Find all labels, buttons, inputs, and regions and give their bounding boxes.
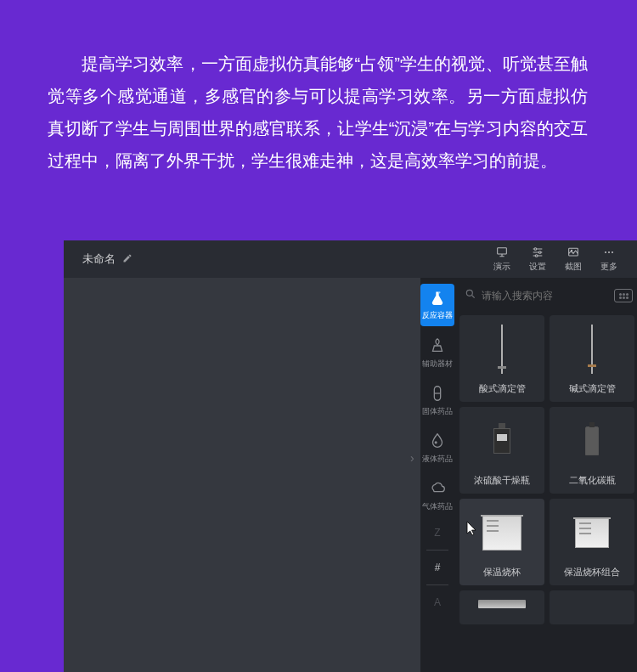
svg-point-8	[612, 251, 613, 253]
document-title[interactable]: 未命名	[82, 251, 132, 267]
asset-grid: 酸式滴定管 碱式滴定管 浓硫酸干燥瓶 二氧化碳瓶 保温烧杯	[459, 315, 634, 624]
doc-name-label: 未命名	[82, 251, 116, 267]
svg-point-7	[608, 251, 610, 253]
card-thermal-beaker-set[interactable]: 保温烧杯组合	[550, 499, 634, 585]
svg-point-1	[534, 248, 537, 251]
settings-button[interactable]: 设置	[520, 246, 555, 273]
card-label: 浓硫酸干燥瓶	[474, 474, 530, 487]
tab-gas[interactable]: 气体药品	[420, 472, 454, 519]
index-letter-z[interactable]: Z	[434, 519, 440, 546]
index-letter-a[interactable]: A	[434, 589, 441, 616]
burette-icon	[591, 325, 593, 374]
card-label: 碱式滴定管	[569, 382, 616, 395]
present-button[interactable]: 演示	[484, 246, 520, 273]
card-alkali-burette[interactable]: 碱式滴定管	[550, 315, 634, 402]
burette-icon	[501, 325, 503, 374]
svg-point-5	[571, 250, 572, 251]
svg-point-9	[438, 291, 440, 293]
svg-point-12	[466, 290, 472, 296]
titlebar: 未命名 演示 设置 截图 更多	[64, 240, 637, 278]
svg-point-6	[605, 251, 606, 253]
search-input[interactable]	[482, 290, 609, 302]
card-acid-burette[interactable]: 酸式滴定管	[459, 315, 544, 402]
tab-reaction-vessel[interactable]: 反应容器	[420, 284, 454, 326]
cursor-icon	[466, 521, 478, 539]
tab-auxiliary[interactable]: 辅助器材	[420, 329, 454, 376]
asset-list: 酸式滴定管 碱式滴定管 浓硫酸干燥瓶 二氧化碳瓶 保温烧杯	[454, 278, 637, 672]
card-h2so4-bottle[interactable]: 浓硫酸干燥瓶	[459, 407, 544, 494]
separator	[426, 550, 448, 551]
card-label: 二氧化碳瓶	[569, 474, 616, 487]
svg-point-2	[538, 251, 541, 254]
tab-label: 反应容器	[422, 310, 453, 321]
svg-point-11	[435, 441, 437, 443]
card-partial[interactable]	[550, 590, 634, 624]
tab-label: 液体药品	[422, 454, 453, 465]
card-label: 酸式滴定管	[479, 382, 526, 395]
toolbar-buttons: 演示 设置 截图 更多	[484, 246, 627, 273]
collapse-handle-icon[interactable]: ›	[410, 451, 414, 465]
search-icon	[465, 288, 476, 303]
beaker-icon	[482, 515, 521, 551]
asset-panel: 反应容器 辅助器材 固体药品 液体药品 气体药品 Z # A	[420, 278, 637, 672]
present-label: 演示	[493, 261, 510, 273]
index-letter-hash[interactable]: #	[435, 554, 441, 581]
card-thermal-beaker[interactable]: 保温烧杯	[459, 499, 544, 585]
svg-rect-0	[498, 248, 507, 254]
tab-label: 辅助器材	[422, 359, 453, 370]
more-button[interactable]: 更多	[591, 246, 627, 273]
settings-label: 设置	[529, 261, 546, 273]
search-row	[459, 283, 634, 308]
keyboard-icon[interactable]	[614, 289, 633, 302]
svg-point-3	[535, 255, 538, 257]
screenshot-label: 截图	[565, 261, 582, 273]
card-label: 保温烧杯	[483, 566, 521, 579]
tray-icon	[478, 600, 526, 608]
category-tabs: 反应容器 辅助器材 固体药品 液体药品 气体药品 Z # A	[420, 278, 454, 672]
tab-label: 气体药品	[422, 501, 453, 512]
card-co2-bottle[interactable]: 二氧化碳瓶	[550, 407, 634, 494]
gas-bottle-icon	[585, 426, 599, 455]
screenshot-button[interactable]: 截图	[555, 246, 591, 273]
card-label: 保温烧杯组合	[564, 566, 620, 579]
intro-text: 提高学习效率，一方面虚拟仿真能够“占领”学生的视觉、听觉甚至触觉等多个感觉通道，…	[0, 0, 637, 177]
tab-solid[interactable]: 固体药品	[420, 376, 454, 424]
app-window: 未命名 演示 设置 截图 更多 ›	[64, 240, 637, 672]
canvas[interactable]	[64, 278, 420, 672]
card-partial[interactable]	[459, 590, 544, 624]
separator	[426, 584, 448, 585]
edit-icon[interactable]	[122, 253, 132, 266]
more-label: 更多	[600, 261, 617, 273]
tab-label: 固体药品	[422, 406, 453, 417]
beaker-set-icon	[575, 517, 609, 548]
bottle-icon	[493, 428, 510, 454]
tab-liquid[interactable]: 液体药品	[420, 424, 454, 472]
